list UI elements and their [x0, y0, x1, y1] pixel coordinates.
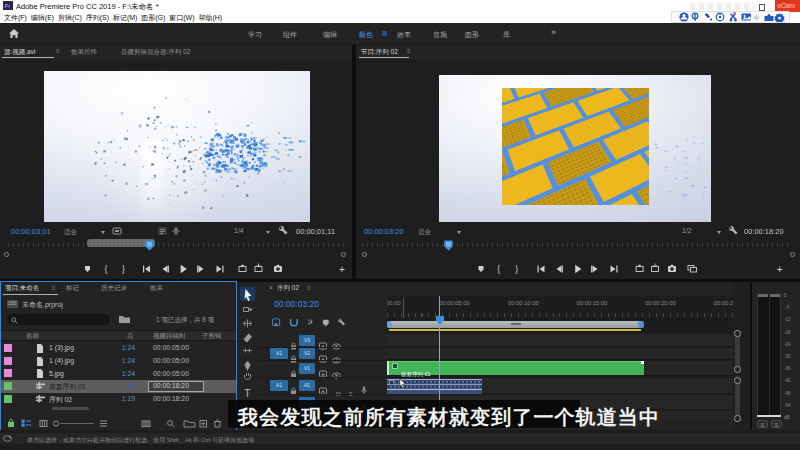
svg-text:{: {: [497, 264, 500, 274]
svg-text:{: {: [105, 264, 108, 274]
svg-text:+: +: [777, 264, 783, 275]
svg-text:T: T: [244, 387, 251, 399]
svg-text:}: }: [122, 264, 125, 274]
svg-text:}: }: [515, 264, 518, 274]
svg-text:+: +: [339, 264, 345, 275]
